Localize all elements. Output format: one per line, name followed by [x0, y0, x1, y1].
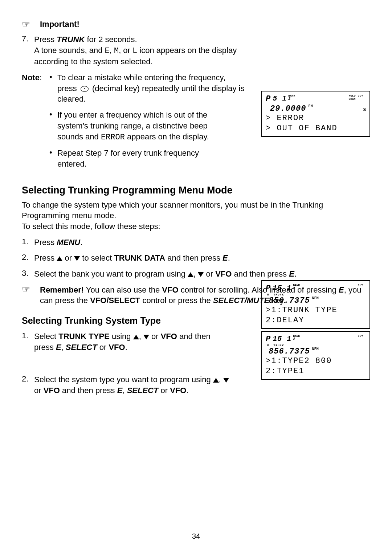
t: A tone sounds, and: [34, 46, 105, 55]
note-item: • Repeat Step 7 for every trunk frequenc…: [49, 148, 246, 169]
lcd-m: M: [267, 344, 269, 347]
error-label: ERROR: [101, 133, 125, 142]
important-row: ☞ Important!: [22, 20, 370, 29]
down-arrow-icon: [223, 378, 229, 383]
menu-key: MENU: [57, 238, 80, 247]
t: Repeat Step 7 for every trunk frequency …: [57, 148, 199, 168]
lcd-bank-num: 15 1: [273, 284, 291, 292]
vfo-label: VFO: [170, 386, 186, 395]
lcd-freq-row: 29.0000FM: [270, 104, 366, 113]
select-key: SELECT: [127, 386, 159, 395]
step-number: 2.: [22, 374, 34, 384]
lcd-freq: 29.0000: [270, 104, 306, 113]
note-item: • To clear a mistake while entering the …: [49, 72, 246, 105]
lcd-sub-num: 2: [293, 338, 295, 341]
step-number: 1.: [22, 237, 34, 246]
lcd-p: P: [266, 284, 270, 293]
lcd-display: P 5 1 BANK 2 HOLD CHAN DLY 29.0000FM S: [261, 91, 370, 137]
up-arrow-icon: [213, 378, 219, 383]
s1-step1: 1. Press MENU.: [22, 237, 370, 248]
lcd-s: S: [363, 107, 366, 113]
lcd-line1: > ERROR: [266, 113, 366, 123]
lcd-hold-chan: HOLD CHAN: [348, 94, 355, 101]
t: Press: [34, 253, 57, 262]
lcd-bank-num: 5 1: [273, 94, 287, 103]
step-number: 1.: [22, 331, 34, 340]
s1-step3: 3. Select the bank you want to program u…: [22, 269, 370, 279]
lcd-trunk-type: P 15 1 BANK 2 DLY M TRUNK 856.7375NFM >1…: [261, 280, 370, 329]
lcd-line1: >1:TYPE2 800: [266, 356, 366, 366]
note-text: To clear a mistake while entering the fr…: [57, 72, 246, 105]
trunk-data-label: TRUNK DATA: [114, 253, 165, 262]
t: to select: [80, 253, 114, 262]
t: .: [228, 253, 230, 262]
lcd-type2: P 15 1 BANK 2 DLY M TRUNK 856.7375NFM >1…: [261, 331, 370, 380]
select-mute-key: SELECT/MUTE: [213, 296, 269, 305]
t: or: [34, 386, 44, 395]
t: ,: [139, 332, 143, 341]
t: or: [158, 386, 170, 395]
s1-step2: 2. Press or to select TRUNK DATA and the…: [22, 253, 370, 264]
lcd-mode: NFM: [312, 296, 319, 300]
t: ,: [193, 269, 198, 278]
lcd-m: M: [267, 293, 269, 296]
lcd-line2: 2:DELAY: [266, 315, 366, 326]
down-arrow-icon: [198, 272, 204, 277]
lcd-trunk: TRUNK: [273, 344, 284, 347]
lcd-freq-row: 856.7375NFM: [269, 347, 366, 356]
note-items: • To clear a mistake while entering the …: [49, 72, 246, 175]
t: You can also use the: [84, 285, 162, 294]
up-arrow-icon: [133, 335, 139, 339]
select-key: SELECT: [66, 343, 97, 352]
lcd-line1: >1:TRUNK TYPE: [266, 305, 366, 315]
t: and then press: [232, 269, 289, 278]
lcd-error: P 5 1 BANK 2 HOLD CHAN DLY 29.0000FM S: [261, 91, 370, 137]
t: Press: [34, 238, 57, 247]
step7-text: Press TRUNK for 2 seconds. A tone sounds…: [34, 34, 259, 67]
lcd-dly: DLY: [358, 284, 363, 287]
vfo-label: VFO: [162, 285, 178, 294]
pointer-icon: ☞: [22, 285, 31, 294]
t: and then press: [165, 253, 222, 262]
lcd-display: P 15 1 BANK 2 DLY M TRUNK 856.7375NFM >1…: [261, 331, 370, 380]
step-text: Press or to select TRUNK DATA and then p…: [34, 253, 230, 264]
step-text: Select the system type you want to progr…: [34, 374, 230, 396]
note-text: If you enter a frequency which is out of…: [57, 110, 228, 143]
down-arrow-icon: [143, 335, 149, 339]
t: .: [186, 386, 188, 395]
step-text: Select the bank you want to program usin…: [34, 269, 297, 279]
decimal-key-icon: [81, 86, 89, 92]
t: using: [110, 332, 133, 341]
t: for 2 seconds.: [85, 35, 137, 44]
t: Select the system type you want to progr…: [34, 375, 213, 384]
m-icon: M: [114, 46, 119, 56]
lcd-mode: FM: [308, 104, 313, 108]
e-key: E: [56, 343, 61, 352]
bullet-icon: •: [49, 110, 57, 119]
lcd-freq: 856.7375: [269, 296, 310, 305]
vfo-label: VFO: [109, 343, 125, 352]
e-key: E: [117, 386, 123, 395]
t: appears on the display.: [125, 132, 209, 141]
lcd-bank-num: 15 1: [273, 335, 291, 343]
t: .: [294, 269, 297, 278]
remember-label: Remember!: [40, 285, 84, 294]
t: or: [62, 253, 74, 262]
lcd-top-row: P 15 1 BANK 2 DLY: [266, 335, 366, 344]
up-arrow-icon: [57, 256, 62, 261]
bullet-icon: •: [49, 148, 57, 157]
lcd-trunk: TRUNK: [273, 293, 284, 296]
lcd-line2: > OUT OF BAND: [266, 123, 366, 134]
down-arrow-icon: [74, 256, 80, 261]
step-number: 2.: [22, 253, 34, 262]
t: .: [80, 238, 82, 247]
section1-intro: To change the system type which your sca…: [22, 200, 370, 232]
lcd-freq: 856.7375: [269, 347, 310, 356]
t: ,: [122, 386, 127, 395]
l-icon: L: [132, 46, 137, 56]
lcd-top-row: P 5 1 BANK 2 HOLD CHAN DLY: [266, 94, 366, 103]
content: ☞ Important! 7. Press TRUNK for 2 second…: [22, 20, 370, 396]
t: Select the bank you want to program usin…: [34, 269, 188, 278]
vfo-select-label: VFO/SELECT: [90, 296, 140, 305]
t: Press: [34, 35, 57, 44]
